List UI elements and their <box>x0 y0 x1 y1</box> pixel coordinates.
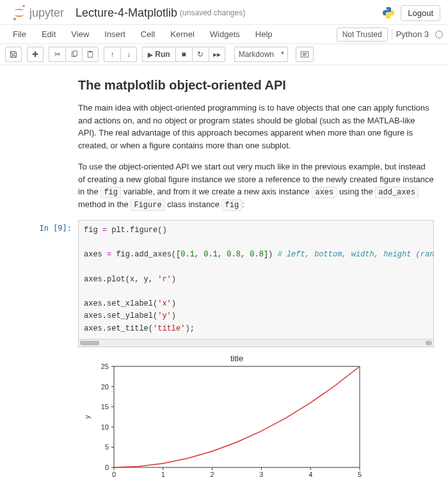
jupyter-icon <box>10 4 28 22</box>
matplotlib-figure: title0123450510152025xy <box>78 354 366 477</box>
cell-prompt: In [9]: <box>14 220 78 340</box>
notebook-title[interactable]: Lecture-4-Matplotlib <box>76 6 177 20</box>
svg-rect-7 <box>90 51 92 52</box>
logout-button[interactable]: Logout <box>401 5 440 21</box>
restart-run-all-button[interactable]: ▸▸ <box>209 47 225 62</box>
svg-text:0: 0 <box>105 464 109 471</box>
markdown-paragraph-2: To use the object-oriented API we start … <box>78 160 434 211</box>
svg-text:3: 3 <box>259 471 263 477</box>
paste-button[interactable] <box>82 47 99 62</box>
menu-insert[interactable]: Insert <box>97 26 133 43</box>
inline-code: axes <box>312 187 337 198</box>
notebook-header: jupyter Lecture-4-Matplotlib (unsaved ch… <box>0 0 448 25</box>
save-button[interactable] <box>5 47 22 62</box>
svg-text:4: 4 <box>308 471 312 477</box>
markdown-paragraph-1: The main idea with object-oriented progr… <box>78 102 434 152</box>
jupyter-logo-text: jupyter <box>29 6 64 20</box>
svg-text:5: 5 <box>105 443 109 451</box>
svg-text:10: 10 <box>101 423 109 430</box>
svg-point-1 <box>13 18 16 20</box>
svg-text:20: 20 <box>101 382 109 390</box>
horizontal-scrollbar[interactable] <box>78 340 434 347</box>
add-cell-button[interactable]: ✚ <box>27 47 44 62</box>
jupyter-logo[interactable]: jupyter <box>10 4 64 22</box>
menu-view[interactable]: View <box>63 26 97 43</box>
kernel-name[interactable]: Python 3 <box>396 29 429 39</box>
cell-output: title0123450510152025xy <box>78 354 434 477</box>
code-input[interactable]: fig = plt.figure() axes = fig.add_axes([… <box>78 220 434 340</box>
trust-indicator[interactable]: Not Trusted <box>337 27 388 42</box>
cell-type-select[interactable]: Markdown <box>234 47 288 62</box>
code-cell[interactable]: In [9]: fig = plt.figure() axes = fig.ad… <box>14 220 434 340</box>
svg-rect-5 <box>73 51 77 56</box>
inline-code: Figure <box>131 199 164 211</box>
python-icon <box>381 6 396 20</box>
menubar: File Edit View Insert Cell Kernel Widget… <box>0 25 448 44</box>
svg-rect-13 <box>114 366 360 467</box>
svg-text:1: 1 <box>161 471 165 477</box>
svg-text:y: y <box>83 414 91 418</box>
menu-edit[interactable]: Edit <box>34 26 63 43</box>
notebook-content: The matplotlib object-oriented API The m… <box>0 65 448 477</box>
toolbar: ✚ ✂ ↑ ↓ ▶ Run ■ ↻ ▸▸ Markdown <box>0 44 448 65</box>
inline-code: fig <box>100 187 121 198</box>
move-up-button[interactable]: ↑ <box>104 47 120 62</box>
menu-help[interactable]: Help <box>248 26 280 43</box>
menu-kernel[interactable]: Kernel <box>163 26 202 43</box>
restart-button[interactable]: ↻ <box>192 47 209 62</box>
cut-button[interactable]: ✂ <box>49 47 65 62</box>
inline-code: add_axes <box>375 187 419 198</box>
copy-button[interactable] <box>65 47 82 62</box>
svg-point-3 <box>390 17 392 18</box>
svg-text:15: 15 <box>101 403 109 411</box>
svg-point-2 <box>386 8 387 10</box>
menu-cell[interactable]: Cell <box>133 26 163 43</box>
run-button[interactable]: ▶ Run <box>142 47 175 62</box>
kernel-status-icon <box>435 31 443 38</box>
svg-point-0 <box>22 5 25 8</box>
save-status: (unsaved changes) <box>180 8 245 17</box>
svg-text:title: title <box>230 354 243 363</box>
svg-text:0: 0 <box>112 471 116 477</box>
svg-text:2: 2 <box>211 471 214 477</box>
move-down-button[interactable]: ↓ <box>120 47 137 62</box>
markdown-heading: The matplotlib object-oriented API <box>78 78 434 93</box>
svg-text:25: 25 <box>101 363 109 370</box>
interrupt-button[interactable]: ■ <box>175 47 192 62</box>
inline-code: fig <box>221 199 242 211</box>
menu-file[interactable]: File <box>5 26 34 43</box>
svg-text:5: 5 <box>358 471 362 477</box>
menu-widgets[interactable]: Widgets <box>202 26 248 43</box>
command-palette-button[interactable] <box>296 47 314 62</box>
